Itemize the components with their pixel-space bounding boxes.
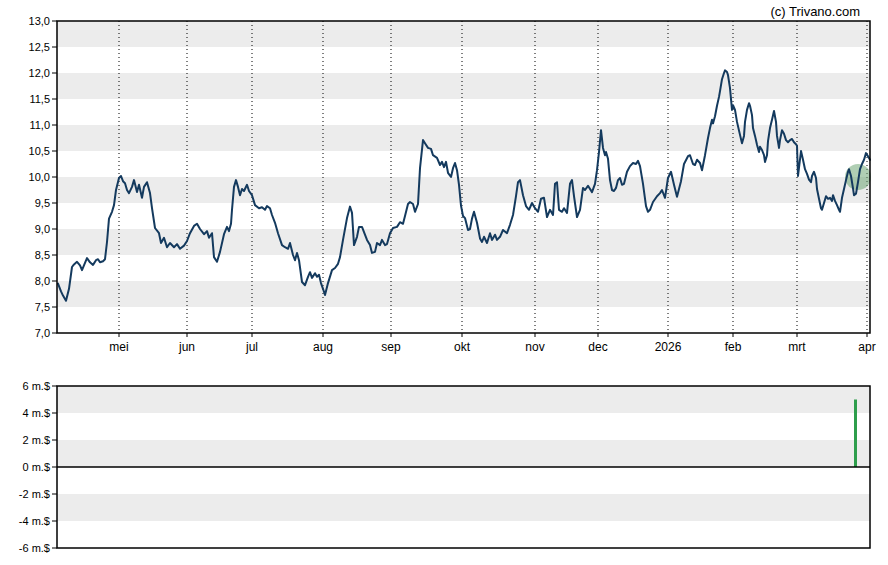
x-axis-month-label: mei	[109, 340, 128, 354]
x-axis-month-label: apr	[858, 340, 875, 354]
background-band	[57, 125, 870, 151]
background-band	[57, 281, 870, 307]
x-axis-month-label: mrt	[788, 340, 805, 354]
volume-bar	[854, 400, 857, 468]
y-axis-label: 9,5	[35, 197, 50, 209]
background-band	[57, 386, 870, 413]
y-axis-label: 7,0	[35, 327, 50, 339]
x-axis-month-label: nov	[525, 340, 544, 354]
y-axis-label: 9,0	[35, 223, 50, 235]
copyright-watermark: (c) Trivano.com	[770, 4, 860, 19]
background-band	[57, 21, 870, 47]
x-axis-month-label: okt	[454, 340, 470, 354]
y-axis-label: 8,0	[35, 275, 50, 287]
background-band	[57, 229, 870, 255]
background-band	[57, 177, 870, 203]
background-band	[57, 494, 870, 521]
y-axis-label: 12,0	[29, 67, 50, 79]
background-band	[57, 440, 870, 467]
y-axis-label: 6 m.$	[22, 380, 50, 392]
y-axis-label: -4 m.$	[19, 515, 50, 527]
y-axis-label: -2 m.$	[19, 488, 50, 500]
x-axis-month-label: jun	[179, 340, 195, 354]
y-axis-label: 7,5	[35, 301, 50, 313]
x-axis-month-label: jul	[246, 340, 258, 354]
y-axis-label: 4 m.$	[22, 407, 50, 419]
price-volume-chart-canvas	[0, 0, 888, 565]
y-axis-label: 12,5	[29, 41, 50, 53]
trivano-stock-chart: 13,012,512,011,511,010,510,09,59,08,58,0…	[0, 0, 888, 565]
x-axis-month-label: aug	[313, 340, 333, 354]
y-axis-label: 0 m.$	[22, 461, 50, 473]
y-axis-label: 8,5	[35, 249, 50, 261]
y-axis-label: 11,0	[29, 119, 50, 131]
y-axis-label: 10,0	[29, 171, 50, 183]
x-axis-month-label: sep	[381, 340, 400, 354]
y-axis-label: -6 m.$	[19, 542, 50, 554]
x-axis-month-label: 2026	[655, 340, 682, 354]
y-axis-label: 11,5	[29, 93, 50, 105]
y-axis-label: 2 m.$	[22, 434, 50, 446]
y-axis-label: 10,5	[29, 145, 50, 157]
x-axis-month-label: feb	[725, 340, 742, 354]
background-band	[57, 73, 870, 99]
x-axis-month-label: dec	[588, 340, 607, 354]
y-axis-label: 13,0	[29, 15, 50, 27]
